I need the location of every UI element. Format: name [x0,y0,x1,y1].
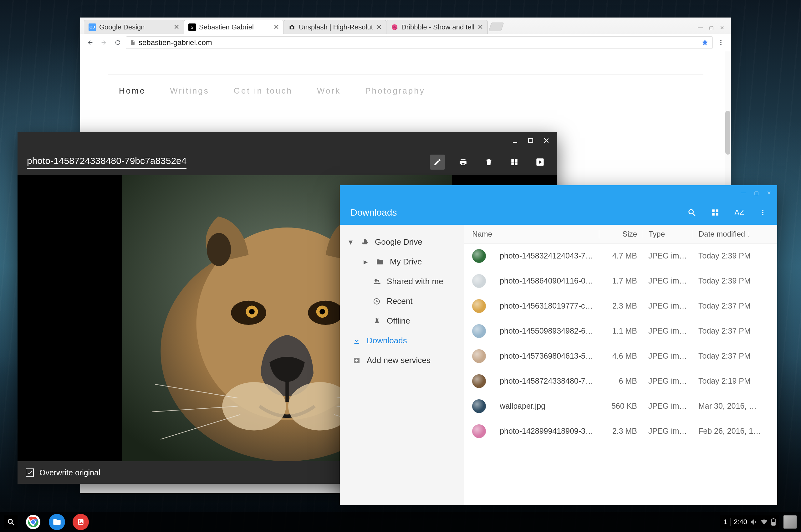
svg-point-26 [689,210,693,214]
delete-button[interactable] [481,155,496,170]
pin-icon [372,317,381,325]
reload-button[interactable] [112,37,123,48]
chrome-menu-button[interactable] [715,37,727,48]
scrollbar-thumb[interactable] [725,111,730,155]
tab-dribbble[interactable]: Dribbble - Show and tell ✕ [386,20,488,34]
file-size: 2.3 MB [599,426,643,436]
photos-app-icon[interactable] [73,514,89,530]
back-button[interactable] [84,37,96,48]
file-row[interactable]: wallpaper.jpg560 KBJPEG im…Mar 30, 2016,… [464,394,777,419]
clock-icon [372,297,381,306]
tab-label: Unsplash | High-Resolut [299,23,373,31]
close-icon[interactable]: ✕ [767,190,771,196]
minimize-icon[interactable] [512,137,518,144]
close-icon[interactable]: ✕ [477,23,483,31]
file-size: 1.7 MB [599,276,643,285]
file-row[interactable]: photo-1428999418909-3…2.3 MBJPEG im…Feb … [464,419,777,444]
bookmark-star-icon[interactable] [701,39,709,46]
svg-point-38 [8,519,12,523]
file-thumbnail [472,424,486,438]
sidebar-label: My Drive [390,257,422,267]
address-bar[interactable] [126,36,713,49]
file-thumbnail [472,274,486,288]
file-row[interactable]: photo-1455098934982-6…1.1 MBJPEG im…Toda… [464,319,777,344]
system-tray[interactable]: 1 2:40 [720,515,779,529]
file-name: photo-1456318019777-c… [492,301,599,310]
url-input[interactable] [139,38,698,47]
minimize-icon[interactable]: — [741,190,746,195]
close-icon[interactable]: ✕ [376,23,382,31]
mosaic-button[interactable] [507,155,522,170]
files-title: Downloads [350,207,397,218]
sidebar-item-downloads[interactable]: Downloads [340,331,464,350]
file-row[interactable]: photo-1458324124043-7…4.7 MBJPEG im…Toda… [464,244,777,268]
file-name: photo-1458640904116-0… [492,276,599,285]
user-avatar[interactable] [783,515,797,529]
svg-point-0 [291,26,293,28]
search-button[interactable] [687,208,696,217]
sidebar-item-google-drive[interactable]: ▾ Google Drive [340,232,464,252]
maximize-icon[interactable]: ▢ [754,190,759,196]
list-header: Name Size Type Date modified ↓ [464,225,777,244]
nav-writings[interactable]: Writings [170,86,209,96]
minimize-icon[interactable]: — [698,25,703,31]
maximize-icon[interactable]: ▢ [709,25,714,31]
close-icon[interactable]: ✕ [273,23,279,31]
column-type[interactable]: Type [643,230,693,239]
svg-point-2 [720,40,722,41]
nav-photography[interactable]: Photography [365,86,425,96]
nav-work[interactable]: Work [317,86,341,96]
tab-sebastien-gabriel[interactable]: S Sebastien Gabriel ✕ [184,20,284,34]
print-button[interactable] [456,155,471,170]
viewer-filename[interactable]: photo-1458724338480-79bc7a8352e4 [27,155,187,169]
edit-button[interactable] [430,155,445,170]
tab-google-design[interactable]: GD Google Design ✕ [84,20,184,34]
launcher-search-icon[interactable] [4,515,18,529]
file-type: JPEG im… [643,352,693,361]
tab-unsplash[interactable]: Unsplash | High-Resolut ✕ [284,20,386,34]
sidebar-item-recent[interactable]: Recent [340,291,464,311]
file-size: 560 KB [599,401,643,411]
slideshow-button[interactable] [533,155,548,170]
sort-button[interactable]: AZ [735,208,744,217]
column-date[interactable]: Date modified ↓ [693,230,777,239]
file-date: Today 2:39 PM [693,276,777,285]
file-type: JPEG im… [643,401,693,411]
file-row[interactable]: photo-1458724338480-7…6 MBJPEG im…Today … [464,369,777,394]
files-menu-button[interactable] [759,209,767,216]
sidebar-item-offline[interactable]: Offline [340,311,464,331]
svg-point-4 [720,44,722,45]
file-size: 4.6 MB [599,352,643,361]
file-thumbnail [472,374,486,388]
sidebar-item-my-drive[interactable]: ▸ My Drive [340,252,464,272]
svg-point-43 [79,520,80,522]
file-row[interactable]: photo-1457369804613-5…4.6 MBJPEG im…Toda… [464,344,777,369]
file-row[interactable]: photo-1458640904116-0…1.7 MBJPEG im…Toda… [464,268,777,293]
file-row[interactable]: photo-1456318019777-c…2.3 MBJPEG im…Toda… [464,293,777,319]
file-size: 1.1 MB [599,326,643,336]
file-date: Mar 30, 2016, … [693,401,777,411]
files-app-icon[interactable] [49,514,65,530]
nav-home[interactable]: Home [119,86,146,96]
overwrite-checkbox[interactable] [26,469,34,477]
maximize-icon[interactable] [528,137,534,144]
close-icon[interactable]: ✕ [174,23,179,31]
new-tab-button[interactable] [489,22,504,31]
mute-icon [750,518,757,526]
chrome-app-icon[interactable] [25,514,41,530]
drive-icon [360,238,369,247]
column-name[interactable]: Name [464,230,599,239]
page-icon [130,40,135,45]
file-type: JPEG im… [643,377,693,385]
svg-point-32 [762,212,763,213]
sidebar-item-add-services[interactable]: Add new services [340,350,464,370]
svg-point-33 [762,214,763,215]
close-icon[interactable]: ✕ [720,25,724,31]
file-type: JPEG im… [643,326,693,336]
file-thumbnail [472,324,486,338]
view-grid-button[interactable] [711,208,719,216]
nav-get-in-touch[interactable]: Get in touch [234,86,292,96]
sidebar-item-shared[interactable]: Shared with me [340,272,464,291]
column-size[interactable]: Size [599,230,643,239]
close-icon[interactable] [543,137,549,144]
